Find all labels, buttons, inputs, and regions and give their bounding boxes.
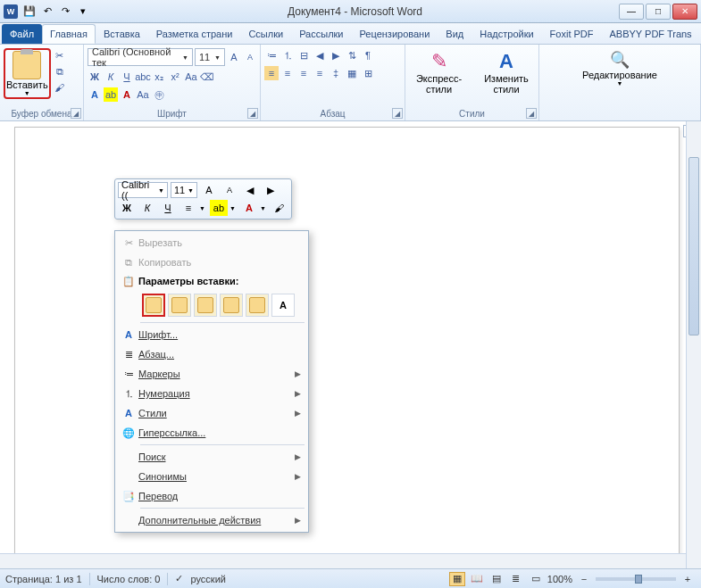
minimize-button[interactable]: —	[619, 4, 644, 20]
clipboard-launcher[interactable]: ◢	[71, 108, 81, 119]
tab-addins[interactable]: Надстройки	[472, 24, 541, 44]
zoom-in-button[interactable]: +	[680, 572, 696, 586]
chevron-down-icon[interactable]: ▼	[197, 205, 207, 211]
styles-launcher[interactable]: ◢	[526, 108, 537, 119]
underline-button[interactable]: Ч	[120, 70, 134, 84]
chevron-down-icon[interactable]: ▼	[258, 205, 268, 211]
paste-picture-button[interactable]	[220, 294, 243, 317]
mini-shrink-font-icon[interactable]: A	[221, 182, 238, 198]
subscript-button[interactable]: x₂	[152, 70, 166, 84]
status-word-count[interactable]: Число слов: 0	[97, 574, 161, 584]
menu-paragraph[interactable]: ≣Абзац...	[117, 344, 306, 364]
text-effects-button[interactable]: A	[88, 87, 102, 102]
close-button[interactable]: ✕	[672, 4, 697, 20]
document-area[interactable]	[0, 121, 701, 568]
numbering-button[interactable]: ⒈	[280, 48, 295, 62]
menu-translate[interactable]: 📑Перевод	[117, 486, 306, 506]
menu-additional-actions[interactable]: Дополнительные действия▶	[117, 510, 306, 530]
copy-icon[interactable]: ⧉	[53, 64, 67, 79]
font-name-select[interactable]: Calibri (Основной тек▼	[88, 48, 193, 66]
status-page[interactable]: Страница: 1 из 1	[5, 574, 82, 584]
zoom-level[interactable]: 100%	[547, 574, 572, 584]
mini-font-color-button[interactable]: A	[240, 200, 258, 216]
qat-dropdown-icon[interactable]: ▾	[75, 4, 91, 20]
menu-search[interactable]: Поиск▶	[117, 447, 306, 467]
font-color-button[interactable]: A	[120, 87, 134, 102]
mini-format-painter-icon[interactable]: 🖌	[271, 200, 288, 216]
menu-numbering[interactable]: ⒈Нумерация▶	[117, 384, 306, 403]
mini-font-select[interactable]: Calibri ((▼	[118, 182, 168, 198]
change-styles-button[interactable]: A Изменить стили	[478, 48, 535, 96]
status-proof-icon[interactable]: ✓	[175, 573, 183, 584]
paste-button[interactable]: Вставить ▼	[4, 48, 51, 99]
zoom-out-button[interactable]: −	[576, 572, 592, 586]
paste-text-only-button[interactable]: A	[271, 294, 295, 317]
tab-references[interactable]: Ссылки	[240, 24, 291, 44]
strikethrough-button[interactable]: abc	[136, 70, 150, 84]
mini-increase-indent-icon[interactable]: ▶	[262, 182, 280, 198]
menu-styles[interactable]: AСтили▶	[117, 403, 306, 423]
mini-align-button[interactable]: ≡	[179, 200, 197, 216]
align-center-icon[interactable]: ≡	[280, 66, 295, 80]
bold-button[interactable]: Ж	[88, 70, 102, 84]
chevron-down-icon[interactable]: ▼	[228, 205, 238, 211]
vertical-scrollbar[interactable]	[686, 121, 701, 568]
justify-icon[interactable]: ≡	[313, 66, 327, 80]
scroll-thumb[interactable]	[688, 157, 699, 335]
paste-merge-button[interactable]	[168, 294, 191, 317]
bullets-button[interactable]: ≔	[264, 48, 279, 62]
change-case-button[interactable]: Aa	[184, 70, 198, 84]
mini-highlight-button[interactable]: ab	[210, 200, 228, 216]
save-icon[interactable]: 💾	[21, 4, 38, 20]
superscript-button[interactable]: x²	[168, 70, 182, 84]
tab-review[interactable]: Рецензировани	[352, 24, 438, 44]
increase-indent-icon[interactable]: ▶	[329, 48, 343, 62]
tab-home[interactable]: Главная	[42, 24, 96, 44]
highlight-button[interactable]: ab	[104, 87, 118, 102]
outline-view-button[interactable]: ≣	[508, 572, 524, 586]
align-right-icon[interactable]: ≡	[296, 66, 311, 80]
mini-underline-button[interactable]: Ч	[159, 200, 177, 216]
horizontal-scrollbar[interactable]	[0, 553, 686, 568]
maximize-button[interactable]: □	[646, 4, 671, 20]
multilevel-button[interactable]: ⊟	[296, 48, 311, 62]
font-size-select[interactable]: 11▼	[195, 48, 225, 66]
clear-format-icon[interactable]: ⌫	[200, 70, 214, 84]
full-reading-view-button[interactable]: 📖	[469, 572, 485, 586]
paste-keep-source-button[interactable]	[142, 294, 165, 317]
decrease-indent-icon[interactable]: ◀	[313, 48, 327, 62]
web-layout-view-button[interactable]: ▤	[488, 572, 505, 586]
paste-use-dest-button[interactable]	[194, 294, 217, 317]
char-shading-button[interactable]: Aa	[136, 87, 150, 102]
italic-button[interactable]: К	[104, 70, 118, 84]
tab-mailings[interactable]: Рассылки	[291, 24, 351, 44]
mini-bold-button[interactable]: Ж	[118, 200, 136, 216]
undo-icon[interactable]: ↶	[39, 4, 55, 20]
redo-icon[interactable]: ↷	[57, 4, 73, 20]
mini-size-select[interactable]: 11▼	[171, 182, 197, 198]
editing-button[interactable]: 🔍 Редактирование ▼	[579, 48, 661, 88]
tab-abbyy-pdf[interactable]: ABBYY PDF Trans	[602, 24, 700, 44]
mini-grow-font-icon[interactable]: A	[200, 182, 218, 198]
tab-page-layout[interactable]: Разметка страни	[148, 24, 241, 44]
format-painter-icon[interactable]: 🖌	[53, 80, 67, 95]
tab-file[interactable]: Файл	[2, 24, 42, 44]
status-language[interactable]: русский	[190, 574, 225, 584]
paste-link-button[interactable]	[246, 294, 269, 317]
tab-view[interactable]: Вид	[438, 24, 472, 44]
borders-button[interactable]: ⊞	[361, 66, 375, 80]
shrink-font-icon[interactable]: A	[243, 50, 257, 64]
menu-synonyms[interactable]: Синонимы▶	[117, 467, 306, 486]
show-marks-icon[interactable]: ¶	[361, 48, 375, 62]
draft-view-button[interactable]: ▭	[528, 572, 544, 586]
zoom-thumb[interactable]	[635, 575, 642, 584]
mini-italic-button[interactable]: К	[138, 200, 156, 216]
grow-font-icon[interactable]: A	[227, 50, 241, 64]
tab-insert[interactable]: Вставка	[96, 24, 148, 44]
font-launcher[interactable]: ◢	[247, 108, 258, 119]
line-spacing-icon[interactable]: ‡	[329, 66, 343, 80]
mini-decrease-indent-icon[interactable]: ◀	[241, 182, 259, 198]
menu-hyperlink[interactable]: 🌐Гиперссылка...	[117, 423, 306, 443]
print-layout-view-button[interactable]: ▦	[449, 572, 465, 586]
zoom-slider[interactable]	[596, 577, 676, 581]
